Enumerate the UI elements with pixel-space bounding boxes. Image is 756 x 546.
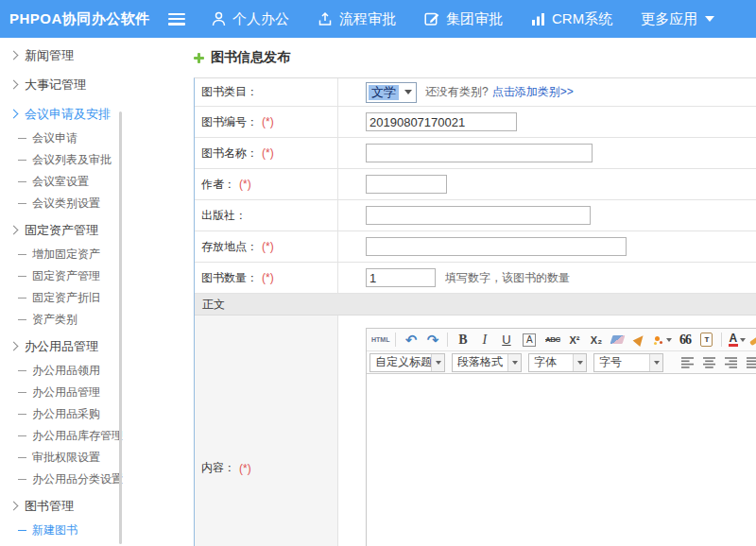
- hamburger-menu-icon[interactable]: [168, 13, 185, 26]
- sidebar-item-meeting-list[interactable]: 会议列表及审批: [0, 149, 126, 171]
- align-right-button[interactable]: [721, 352, 741, 372]
- book-no-input[interactable]: [366, 112, 517, 131]
- required-marker: (*): [262, 271, 274, 284]
- sidebar-scrollbar[interactable]: [119, 111, 122, 544]
- sidebar-item-supplies-purchase[interactable]: 办公用品采购: [0, 403, 126, 425]
- menu-item-personal-office[interactable]: 个人办公: [212, 10, 289, 28]
- font-size-select[interactable]: 字号: [593, 353, 663, 372]
- chevron-right-icon: [9, 80, 19, 90]
- sidebar-item-asset-depreciation[interactable]: 固定资产折旧: [0, 287, 126, 309]
- chevron-down-icon: [507, 354, 521, 371]
- sidebar-item-meeting-type[interactable]: 会议类别设置: [0, 193, 126, 214]
- sidebar-item-meeting-apply[interactable]: 会议申请: [0, 128, 126, 149]
- sidebar-item-book-new[interactable]: 新建图书: [0, 520, 126, 541]
- sidebar-group-news[interactable]: 新闻管理: [0, 42, 126, 69]
- author-input[interactable]: [366, 175, 447, 194]
- sidebar-item-book-manage[interactable]: 图书管理: [0, 541, 126, 546]
- sidebar-item-asset-add[interactable]: 增加固定资产: [0, 244, 126, 265]
- custom-title-select[interactable]: 自定义标题: [369, 353, 445, 372]
- sidebar-item-supplies-claim[interactable]: 办公用品领用: [0, 360, 126, 382]
- main-content: 图书信息发布 图书类目： 文学 还没有类别? 点击添加类别>>: [126, 38, 756, 546]
- category-note: 还没有类别?: [425, 84, 489, 100]
- sidebar-group-books[interactable]: 图书管理: [0, 492, 126, 520]
- sidebar-item-supplies-manage[interactable]: 办公用品管理: [0, 382, 126, 403]
- align-center-button[interactable]: [699, 352, 719, 372]
- category-select[interactable]: 文学: [366, 82, 417, 103]
- add-category-link[interactable]: 点击添加类别>>: [492, 84, 574, 100]
- required-marker: (*): [262, 146, 274, 160]
- sidebar-item-approval-permission[interactable]: 审批权限设置: [0, 447, 126, 469]
- book-name-input[interactable]: [366, 144, 593, 162]
- auto-typeset-button[interactable]: [651, 330, 673, 350]
- superscript-button[interactable]: X²: [564, 330, 584, 350]
- app-logo: PHPOA协同办公软件: [0, 10, 168, 28]
- dash-icon: [18, 254, 26, 255]
- magic-wand-icon: [652, 333, 664, 346]
- italic-button[interactable]: I: [474, 330, 494, 350]
- location-input[interactable]: [366, 237, 627, 256]
- align-right-icon: [725, 357, 737, 368]
- font-color-button[interactable]: A: [727, 330, 747, 350]
- font-family-select[interactable]: 字体: [528, 353, 587, 372]
- underline-button[interactable]: U: [496, 330, 516, 350]
- publisher-input[interactable]: [366, 206, 591, 225]
- char-border-button[interactable]: A: [518, 330, 541, 350]
- caret-down-icon: [740, 338, 746, 342]
- dash-icon: [18, 530, 26, 531]
- sidebar-group-label: 图书管理: [25, 498, 74, 515]
- sidebar-item-label: 固定资产折旧: [32, 290, 100, 306]
- form-row-book-no: 图书编号： (*): [195, 107, 756, 138]
- blockquote-button[interactable]: 66: [675, 330, 695, 350]
- sidebar-item-asset-category[interactable]: 资产类别: [0, 309, 126, 331]
- align-left-button[interactable]: [678, 352, 697, 372]
- quantity-input[interactable]: [366, 268, 436, 287]
- remove-format-button[interactable]: [608, 330, 627, 350]
- sidebar-item-label: 新建图书: [32, 522, 77, 538]
- paragraph-format-select[interactable]: 段落格式: [452, 353, 522, 372]
- dash-icon: [18, 203, 26, 204]
- strikethrough-button[interactable]: ABC: [542, 330, 562, 350]
- sidebar-group-assets[interactable]: 固定资产管理: [0, 216, 126, 244]
- menu-item-flow-approval[interactable]: 流程审批: [318, 10, 396, 28]
- chevron-right-icon: [9, 110, 19, 119]
- format-painter-button[interactable]: [629, 330, 649, 350]
- app-window: PHPOA协同办公软件 个人办公 流程审批 集团审批: [0, 0, 756, 546]
- field-label: 图书名称：: [201, 145, 258, 162]
- sidebar-item-supplies-category[interactable]: 办公用品分类设置: [0, 469, 126, 490]
- sidebar-item-asset-manage[interactable]: 固定资产管理: [0, 265, 126, 287]
- menu-item-more-apps[interactable]: 更多应用: [641, 10, 714, 28]
- paste-text-button[interactable]: T: [696, 330, 716, 350]
- flow-approve-icon: [318, 11, 339, 26]
- form-row-publisher: 出版社：: [195, 200, 756, 231]
- sidebar-group-meeting[interactable]: 会议申请及安排: [0, 100, 126, 128]
- dash-icon: [18, 138, 26, 139]
- sidebar-item-supplies-inventory[interactable]: 办公用品库存管理: [0, 425, 126, 447]
- sidebar-group-supplies[interactable]: 办公用品管理: [0, 333, 126, 360]
- align-center-icon: [703, 357, 715, 368]
- toolbar-separator: [721, 333, 722, 347]
- chevron-down-icon: [404, 90, 412, 94]
- menu-item-group-approval[interactable]: 集团审批: [424, 10, 503, 28]
- toolbar-separator: [395, 333, 396, 347]
- field-label: 存放地点：: [201, 239, 258, 255]
- clipboard-icon: T: [700, 333, 713, 347]
- sidebar-item-label: 增加固定资产: [32, 247, 100, 263]
- sidebar-group-label: 大事记管理: [25, 77, 86, 94]
- align-left-icon: [681, 357, 694, 368]
- editor-toolbar-row1: HTML ↶ ↷ B I U A ABC X²: [367, 329, 756, 351]
- menu-item-crm[interactable]: CRM系统: [531, 10, 612, 28]
- editor-content-area[interactable]: [367, 373, 756, 546]
- sidebar-item-meeting-room[interactable]: 会议室设置: [0, 171, 126, 193]
- required-marker: (*): [239, 178, 251, 191]
- subscript-button[interactable]: X₂: [586, 330, 606, 350]
- undo-button[interactable]: ↶: [401, 330, 421, 350]
- highlight-color-button[interactable]: [748, 330, 756, 350]
- align-justify-button[interactable]: [743, 352, 756, 372]
- source-code-button[interactable]: HTML: [370, 330, 390, 350]
- redo-button[interactable]: ↷: [422, 330, 442, 350]
- sidebar-item-label: 办公用品管理: [32, 384, 100, 401]
- menu-label: 集团审批: [446, 10, 503, 28]
- sidebar-group-events[interactable]: 大事记管理: [0, 71, 126, 98]
- bold-button[interactable]: B: [453, 330, 472, 350]
- dash-icon: [18, 370, 26, 371]
